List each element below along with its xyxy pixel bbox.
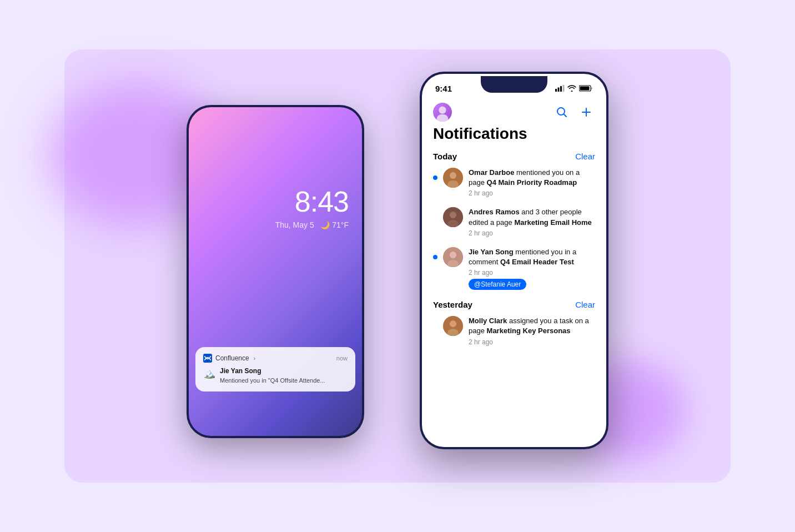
phone-front-screen: 9:41 [422,74,606,447]
yesterday-clear-button[interactable]: Clear [575,300,595,309]
unread-dot [433,175,437,180]
battery-icon [579,85,593,92]
unread-dot [433,255,437,259]
lock-screen-time: 8:43 Thu, May 5 🌙 71°F [275,185,349,229]
notification-content-omar: Omar Darboe mentioned you on a page Q4 M… [469,168,595,197]
app-bar-actions [553,103,595,121]
notifications-screen: Notifications Today Clear [422,125,606,443]
phone-notch [481,76,547,93]
svg-rect-0 [203,354,212,363]
avatar-omar [443,168,463,188]
svg-rect-1 [555,89,557,92]
svg-point-11 [450,172,456,179]
search-button[interactable] [553,103,571,121]
lock-screen-notification[interactable]: Confluence › now 🏔️ Jie Yan Song Mention… [195,347,355,392]
today-section-header: Today Clear [433,152,595,161]
svg-point-7 [439,107,446,114]
svg-point-20 [450,320,456,327]
svg-point-8 [437,114,449,122]
add-button[interactable] [577,103,595,121]
notification-item-molly[interactable]: Molly Clark assigned you a task on a pag… [433,316,595,345]
phone-back-screen: 8:43 Thu, May 5 🌙 71°F [189,107,362,436]
signal-icon [555,85,565,92]
phones-container: 8:43 Thu, May 5 🌙 71°F [187,72,608,460]
outer-background: 8:43 Thu, May 5 🌙 71°F [64,49,731,483]
notification-content-andres: Andres Ramos and 3 other people edited a… [469,207,595,237]
user-avatar[interactable] [433,103,452,122]
notification-content-jie: Jie Yan Song mentioned you in a comment … [469,247,595,290]
svg-rect-2 [558,88,560,92]
notification-header: Confluence › now [203,354,348,363]
notification-item-omar[interactable]: Omar Darboe mentioned you on a page Q4 M… [433,168,595,197]
today-clear-button[interactable]: Clear [575,152,595,161]
confluence-icon [203,354,212,363]
svg-rect-3 [560,86,562,92]
avatar-andres [443,207,463,227]
status-icons [555,85,593,92]
today-label: Today [433,152,457,161]
svg-rect-4 [563,85,565,92]
avatar-molly [443,316,463,336]
app-bar [422,98,606,125]
svg-rect-6 [580,87,590,91]
yesterday-section-header: Yesterday Clear [433,300,595,309]
phone-front: 9:41 [420,72,608,449]
notification-row: 🏔️ Jie Yan Song Mentioned you in "Q4 Off… [203,367,348,385]
notification-item-jie[interactable]: Jie Yan Song mentioned you in a comment … [433,247,595,290]
avatar-jie [443,247,463,267]
svg-point-17 [450,252,456,258]
notification-content-molly: Molly Clark assigned you a task on a pag… [469,316,595,345]
phone-back: 8:43 Thu, May 5 🌙 71°F [187,105,364,438]
wifi-icon [567,85,576,92]
svg-point-14 [450,212,456,218]
page-title: Notifications [433,125,595,143]
notification-item-andres[interactable]: Andres Ramos and 3 other people edited a… [433,207,595,237]
yesterday-label: Yesterday [433,300,472,309]
